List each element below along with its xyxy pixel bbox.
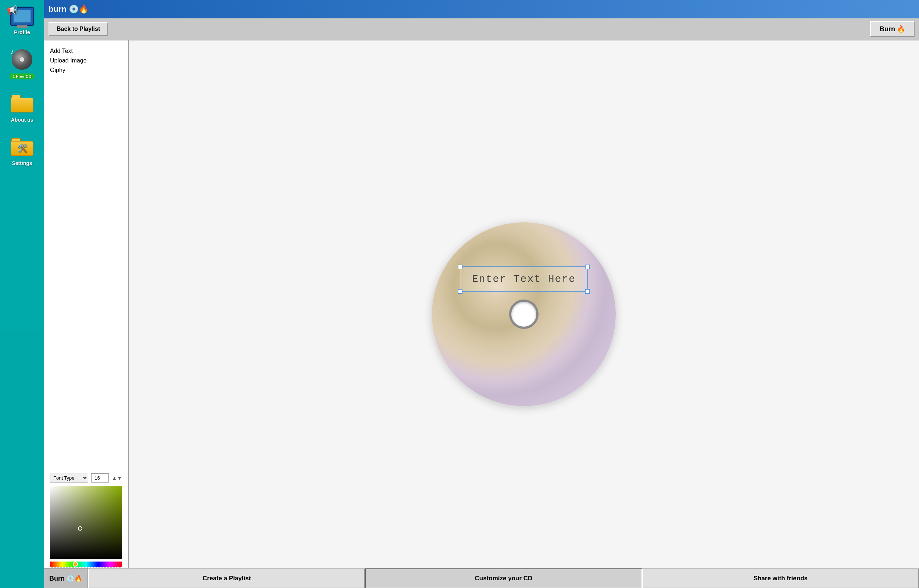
sidebar-item-settings[interactable]: 🛠️ Settings (9, 134, 35, 166)
speaker-icon: 📢 (6, 5, 18, 15)
wrench-icon: 🛠️ (17, 144, 27, 153)
giphy-menu-item[interactable]: Giphy (50, 65, 122, 75)
settings-icon-box: 🛠️ (9, 134, 35, 160)
sidebar-item-profile[interactable]: 📢 Profile (9, 3, 35, 35)
about-us-icon-box (9, 90, 35, 117)
sidebar-item-label-settings: Settings (12, 160, 32, 166)
sidebar-item-free-cd[interactable]: ♪ 1 Free CD (9, 46, 35, 79)
title-bar: burn 💿🔥 (44, 0, 502, 18)
main-area: burn 💿🔥 Back to Playlist Burn 🔥 Add Text… (44, 0, 502, 331)
add-text-menu-item[interactable]: Add Text (50, 46, 122, 56)
profile-icon-box: 📢 (9, 3, 35, 29)
handle-bottom-left[interactable] (458, 289, 462, 294)
sidebar-item-about-us[interactable]: About us (9, 90, 35, 123)
settings-folder-icon: 🛠️ (11, 138, 34, 156)
app-title: burn 💿🔥 (48, 5, 89, 14)
cd-preview-area[interactable]: Enter Text Here (129, 40, 502, 331)
handle-top-left[interactable] (458, 265, 462, 269)
text-selection-box[interactable]: Enter Text Here (460, 267, 502, 292)
cd-placeholder-text[interactable]: Enter Text Here (472, 273, 502, 285)
back-to-playlist-button[interactable]: Back to Playlist (48, 22, 108, 36)
cd-icon-box: ♪ (9, 46, 35, 73)
folder-icon (11, 95, 34, 113)
upload-image-menu-item[interactable]: Upload Image (50, 56, 122, 65)
sidebar: 📢 Profile ♪ 1 Free CD About us (0, 0, 44, 331)
left-panel: Add Text Upload Image Giphy Font Type ▲▼ (44, 40, 129, 331)
cd-disc: Enter Text Here (432, 222, 502, 331)
cd-disc-icon (12, 49, 32, 70)
sidebar-item-label-profile: Profile (14, 29, 30, 35)
toolbar: Back to Playlist Burn 🔥 (44, 18, 502, 40)
content-area: Add Text Upload Image Giphy Font Type ▲▼ (44, 40, 502, 331)
sidebar-item-label-about-us: About us (11, 117, 34, 123)
free-cd-badge: 1 Free CD (10, 73, 34, 79)
